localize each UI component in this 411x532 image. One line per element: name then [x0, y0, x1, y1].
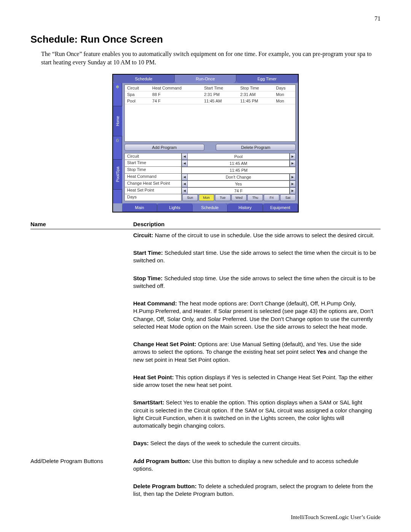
value-stop-time: 11:45 PM: [182, 167, 296, 174]
cell: Spa: [125, 91, 150, 97]
label-heat-set-point: Heat Set Point: [124, 187, 182, 194]
tab-lights[interactable]: Lights: [157, 203, 192, 212]
col-days: Days: [274, 85, 295, 91]
col-heat-command: Heat Command: [150, 85, 202, 91]
tab-schedule-bottom[interactable]: Schedule: [193, 203, 228, 212]
arrow-right-icon[interactable]: ►: [290, 187, 296, 194]
tab-egg-timer[interactable]: Egg Timer: [236, 75, 298, 83]
arrow-right-icon[interactable]: ►: [290, 153, 296, 160]
tab-equipment[interactable]: Equipment: [263, 203, 298, 212]
cell: 11:45 AM: [202, 97, 238, 104]
cell: Mon: [274, 97, 295, 104]
row-name: [30, 396, 133, 437]
day-pill-sat[interactable]: Sat: [280, 194, 296, 201]
label-days: Days: [124, 194, 182, 201]
row-description: Change Heat Set Point: Options are: Use …: [133, 338, 381, 371]
cell: Mon: [274, 91, 295, 97]
row-name: [30, 229, 133, 247]
arrow-left-icon[interactable]: ◄: [182, 181, 188, 187]
cell: 88 F: [150, 91, 202, 97]
header-description: Description: [133, 219, 381, 229]
day-pill-thu[interactable]: Thu: [247, 194, 263, 201]
row-description: Heat Command: The heat mode options are:…: [133, 297, 381, 338]
label-stop-time: Stop Time: [124, 167, 182, 174]
delete-program-button[interactable]: Delete Program: [216, 144, 296, 151]
intro-paragraph: The “Run Once” feature enables you to au…: [41, 50, 381, 67]
table-row[interactable]: Pool 74 F 11:45 AM 11:45 PM Mon: [125, 97, 295, 104]
poolspa-button[interactable]: Pool/Spa: [113, 159, 122, 190]
left-rail: ✻ Home ⎙ Pool/Spa: [113, 83, 122, 203]
row-name: [30, 437, 133, 455]
arrow-left-icon[interactable]: ◄: [182, 160, 188, 167]
tab-main[interactable]: Main: [122, 203, 157, 212]
page-number: 71: [30, 15, 381, 22]
col-circuit: Circuit: [125, 85, 150, 91]
value-circuit: Pool: [188, 153, 290, 160]
day-pill-sun[interactable]: Sun: [182, 194, 198, 201]
app-screenshot: Schedule Run-Once Egg Timer ✻ Home ⎙ Poo…: [112, 74, 299, 212]
page-title: Schedule: Run Once Screen: [30, 34, 381, 45]
top-tab-bar: Schedule Run-Once Egg Timer: [113, 75, 298, 83]
row-description: Add Program button: Use this button to d…: [133, 455, 381, 481]
row-name: [30, 480, 133, 506]
footer-text: IntelliTouch ScreenLogic User’s Guide: [291, 514, 381, 521]
day-pill-wed[interactable]: Wed: [231, 194, 247, 201]
tab-schedule[interactable]: Schedule: [113, 75, 175, 83]
day-pill-tue[interactable]: Tue: [215, 194, 231, 201]
add-program-button[interactable]: Add Program: [124, 144, 204, 151]
tab-history[interactable]: History: [228, 203, 263, 212]
arrow-right-icon[interactable]: ►: [290, 160, 296, 167]
row-name: Add/Delete Program Buttons: [30, 455, 133, 481]
row-name: [30, 272, 133, 298]
label-heat-command: Heat Command: [124, 174, 182, 181]
header-name: Name: [30, 219, 133, 229]
cell: 2:31 PM: [202, 91, 238, 97]
row-name: [30, 371, 133, 397]
label-change-heat-set-point: Change Heat Set Point: [124, 181, 182, 187]
col-start-time: Start Time: [202, 85, 238, 91]
program-list[interactable]: Circuit Heat Command Start Time Stop Tim…: [124, 85, 296, 142]
day-pill-fri[interactable]: Fri: [264, 194, 279, 201]
value-heat-command: Don't Change: [188, 174, 290, 181]
row-name: [30, 338, 133, 371]
row-description: Circuit: Name of the circuit to use in s…: [133, 229, 381, 247]
day-pill-mon[interactable]: Mon: [199, 194, 214, 201]
arrow-left-icon[interactable]: ◄: [182, 153, 188, 160]
cell: Pool: [125, 97, 150, 104]
description-table: Name Description Circuit: Name of the ci…: [30, 219, 381, 506]
tab-run-once[interactable]: Run-Once: [175, 75, 236, 83]
row-description: Delete Program button: To delete a sched…: [133, 480, 381, 506]
table-row[interactable]: Spa 88 F 2:31 PM 2:31 AM Mon: [125, 91, 295, 97]
row-description: Days: Select the days of the week to sch…: [133, 437, 381, 455]
cell: 11:45 PM: [238, 97, 274, 104]
day-selector: Sun Mon Tue Wed Thu Fri Sat: [182, 194, 296, 201]
home-button[interactable]: Home: [113, 106, 122, 136]
arrow-right-icon[interactable]: ►: [290, 181, 296, 187]
value-heat-set-point: 74 F: [188, 187, 290, 194]
arrow-right-icon[interactable]: ►: [290, 174, 296, 181]
bottom-tab-bar: Main Lights Schedule History Equipment: [122, 203, 298, 212]
value-change-heat-set-point: Yes: [188, 181, 290, 187]
row-description: Start Time: Scheduled start time. Use th…: [133, 247, 381, 272]
label-circuit: Circuit: [124, 153, 182, 160]
print-icon[interactable]: ⎙: [113, 136, 122, 144]
settings-panel: Circuit ◄ Pool ► Start Time ◄ 11:45 AM ►…: [124, 153, 296, 201]
col-stop-time: Stop Time: [238, 85, 274, 91]
row-description: Heat Set Point: This option displays if …: [133, 371, 381, 397]
label-start-time: Start Time: [124, 160, 182, 167]
cell: 2:31 AM: [238, 91, 274, 97]
cell: 74 F: [150, 97, 202, 104]
arrow-left-icon[interactable]: ◄: [182, 174, 188, 181]
row-name: [30, 297, 133, 338]
value-start-time: 11:45 AM: [188, 160, 290, 167]
arrow-left-icon[interactable]: ◄: [182, 187, 188, 194]
row-name: [30, 247, 133, 272]
status-icon: ✻: [113, 83, 122, 91]
row-description: Stop Time: Scheduled stop time. Use the …: [133, 272, 381, 298]
row-description: SmartStart: Select Yes to enable the opt…: [133, 396, 381, 437]
